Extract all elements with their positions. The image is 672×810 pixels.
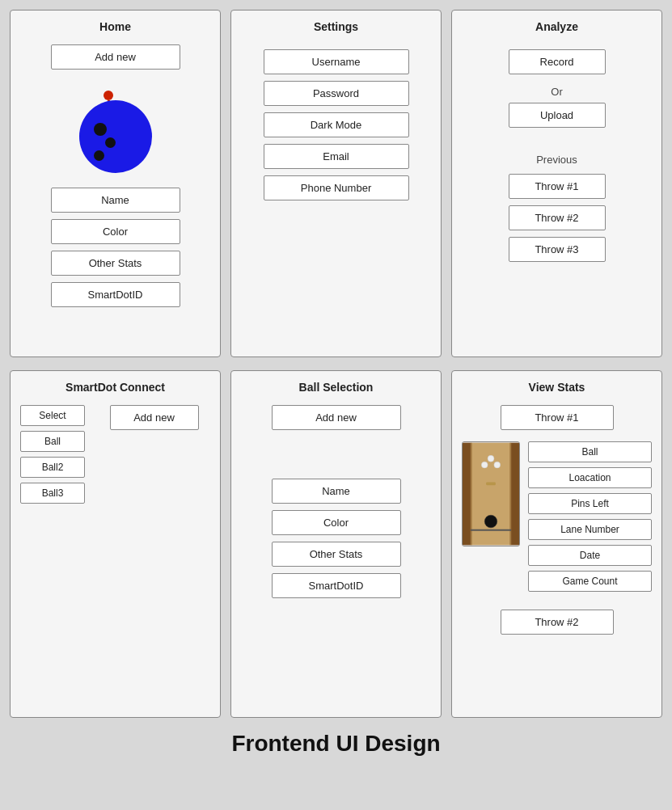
ball-sel-otherstats[interactable]: Other Stats	[272, 542, 401, 567]
viewstats-location[interactable]: Loacation	[528, 467, 652, 488]
viewstats-gamecount[interactable]: Game Count	[528, 571, 652, 592]
viewstats-ball[interactable]: Ball	[528, 441, 652, 462]
svg-point-6	[481, 462, 488, 468]
svg-point-5	[488, 455, 494, 462]
svg-rect-11	[511, 443, 519, 545]
svg-point-7	[494, 462, 501, 468]
settings-darkmode[interactable]: Dark Mode	[264, 112, 409, 137]
ball-sel-name[interactable]: Name	[272, 479, 401, 504]
ball-sel-color[interactable]: Color	[272, 510, 401, 535]
ball-sel-smartdotid[interactable]: SmartDotID	[272, 573, 401, 598]
analyze-throw3[interactable]: Throw #3	[509, 237, 606, 262]
viewstats-lanenumber[interactable]: Lane Number	[528, 519, 652, 540]
home-panel: Home Add new Name Color Other Stats Smar…	[10, 10, 221, 357]
analyze-upload-btn[interactable]: Upload	[509, 103, 606, 128]
home-stats: Name Color Other Stats SmartDotID	[20, 188, 210, 307]
settings-fields: Username Password Dark Mode Email Phone …	[241, 49, 431, 200]
home-add-btn[interactable]: Add new	[51, 44, 180, 70]
ball-selection-add-btn[interactable]: Add new	[272, 405, 401, 430]
smartdot-addnew-area: Add new	[98, 405, 210, 504]
settings-panel: Settings Username Password Dark Mode Ema…	[230, 10, 442, 357]
smartdot-list: Select Ball Ball2 Ball3	[20, 405, 85, 504]
ball-selection-title: Ball Selection	[241, 381, 431, 394]
viewstats-panel: View Stats Throw #1	[451, 370, 662, 718]
analyze-previous-label: Previous	[536, 154, 577, 166]
home-stat-name[interactable]: Name	[51, 188, 180, 213]
home-stat-otherstats[interactable]: Other Stats	[51, 251, 180, 276]
svg-rect-10	[463, 443, 471, 545]
smartdot-select[interactable]: Select	[20, 405, 85, 426]
viewstats-throw2-btn[interactable]: Throw #2	[501, 610, 614, 635]
settings-password[interactable]: Password	[264, 81, 409, 106]
analyze-throw1[interactable]: Throw #1	[509, 174, 606, 199]
smartdot-add-btn[interactable]: Add new	[110, 405, 199, 430]
ball-selection-panel: Ball Selection Add new Name Color Other …	[230, 370, 442, 718]
smartdot-panel: SmartDot Connect Select Ball Ball2 Ball3…	[10, 370, 221, 718]
viewstats-pinsleft[interactable]: Pins Left	[528, 493, 652, 514]
analyze-title: Analyze	[462, 20, 652, 33]
home-stat-color[interactable]: Color	[51, 219, 180, 244]
smartdot-ball2[interactable]: Ball2	[20, 457, 85, 478]
viewstats-throw1-btn[interactable]: Throw #1	[501, 405, 614, 430]
settings-username[interactable]: Username	[264, 49, 409, 74]
analyze-record-btn[interactable]: Record	[509, 49, 606, 74]
bowling-lane-svg	[463, 442, 519, 546]
viewstats-date[interactable]: Date	[528, 545, 652, 566]
settings-phone[interactable]: Phone Number	[264, 175, 409, 200]
settings-title: Settings	[241, 20, 431, 33]
analyze-throw2[interactable]: Throw #2	[509, 205, 606, 230]
bowling-ball	[79, 100, 152, 173]
smartdot-ball[interactable]: Ball	[20, 431, 85, 452]
smartdot-title: SmartDot Connect	[20, 381, 210, 394]
bowling-lane-image	[462, 441, 520, 546]
home-stat-smartdotid[interactable]: SmartDotID	[51, 282, 180, 307]
smartdot-ball3[interactable]: Ball3	[20, 483, 85, 504]
analyze-or-text: Or	[551, 86, 562, 98]
viewstats-content: Ball Loacation Pins Left Lane Number Dat…	[462, 441, 652, 597]
footer-title: Frontend UI Design	[10, 731, 662, 765]
viewstats-title: View Stats	[462, 381, 652, 394]
settings-email[interactable]: Email	[264, 144, 409, 169]
viewstats-fields: Ball Loacation Pins Left Lane Number Dat…	[528, 441, 652, 597]
svg-rect-4	[486, 482, 496, 485]
smartdot-layout: Select Ball Ball2 Ball3 Add new	[20, 405, 210, 504]
bowling-ball-area	[20, 84, 210, 173]
analyze-center: Record Or Upload Previous Throw #1 Throw…	[462, 49, 652, 268]
analyze-panel: Analyze Record Or Upload Previous Throw …	[451, 10, 662, 357]
svg-point-8	[484, 515, 497, 528]
ball-dot	[94, 150, 104, 161]
svg-rect-9	[471, 529, 512, 531]
ball-selection-stats: Name Color Other Stats SmartDotID	[241, 479, 431, 598]
home-title: Home	[20, 20, 210, 33]
